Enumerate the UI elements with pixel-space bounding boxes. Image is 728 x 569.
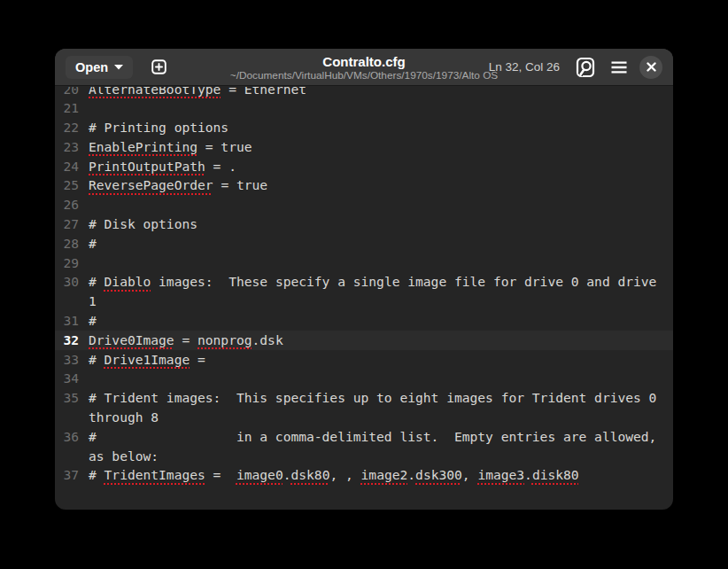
code-text: 1 [89,292,673,311]
misspelled-word: Diablo [105,274,151,289]
code-line-29[interactable]: 29 [55,253,673,273]
line-number: 36 [55,427,89,447]
misspelled-word: dsk80 [290,467,329,482]
code-line-34[interactable]: 34 [55,369,673,388]
window-title-block: Contralto.cfg ~/Documents/VirtualHub/VMs… [230,53,498,81]
code-text: PrintOutputPath = . [89,157,673,176]
document-path: ~/Documents/VirtualHub/VMs/Others/1970s/… [230,68,498,81]
open-button[interactable]: Open [66,56,133,79]
code-line-37[interactable]: 37# TridentImages = image0.dsk80, , imag… [55,465,673,485]
code-line-30[interactable]: 30# Diablo images: These specify a singl… [55,272,673,292]
code-text: # Drive1Image = [89,350,673,370]
misspelled-word: Drive0Image [89,332,174,347]
misspelled-word: AlternateBootType [89,87,221,97]
code-text [89,195,673,214]
misspelled-word: dsk300 [415,467,462,482]
code-text: # Trident images: This specifies up to e… [89,388,673,408]
code-text: # [89,311,673,331]
code-line-21[interactable]: 21 [55,98,673,118]
tab-new-icon [151,59,167,74]
code-line-20[interactable]: 20AlternateBootType = Ethernet [55,87,673,98]
code-line-36[interactable]: 36# in a comma-delimited list. Empty ent… [55,427,673,447]
code-line-22[interactable]: 22# Printing options [55,118,673,137]
code-line-31[interactable]: 31# [55,311,673,331]
line-number: 28 [55,234,89,253]
code-text [89,369,673,388]
document-title: Contralto.cfg [230,53,498,68]
code-line-26[interactable]: 26 [55,195,673,214]
caret-down-icon [114,64,123,70]
code-text [89,98,673,118]
misspelled-word: TridentImages [105,467,205,482]
line-number: 26 [55,195,89,214]
code-line-35[interactable]: 35# Trident images: This specifies up to… [55,388,673,408]
code-line-33[interactable]: 33# Drive1Image = [55,350,673,370]
line-number: 37 [55,465,89,485]
misspelled-word: image0 [236,467,283,482]
close-button[interactable] [639,56,662,79]
misspelled-word: EnablePrinting [89,139,197,154]
line-number: 30 [55,272,89,292]
code-text: ReversePageOrder = true [89,175,673,195]
code-text: AlternateBootType = Ethernet [89,87,673,98]
misspelled-word: nonprog [197,332,252,347]
misspelled-word: ReversePageOrder [89,177,213,192]
code-line-23[interactable]: 23EnablePrinting = true [55,137,673,157]
line-number [55,447,89,466]
code-text: # [89,234,673,253]
menu-button[interactable] [606,54,632,81]
code-line-28[interactable]: 28# [55,234,673,253]
code-text: # Disk options [89,214,673,234]
code-line-24[interactable]: 24PrintOutputPath = . [55,157,673,176]
header-bar: Open Contralto.cfg [55,49,673,86]
line-number: 34 [55,369,89,388]
code-text: # TridentImages = image0.dsk80, , image2… [89,465,673,485]
code-text [89,253,673,273]
desktop-background: Open Contralto.cfg [0,0,728,569]
misspelled-word: disk80 [532,467,579,482]
misspelled-word: PrintOutputPath [89,159,205,174]
line-number: 27 [55,214,89,234]
editor-area[interactable]: 20AlternateBootType = Ethernet2122# Prin… [55,87,673,510]
code-text: # in a comma-delimited list. Empty entri… [89,427,673,447]
line-number: 25 [55,175,89,195]
line-number: 31 [55,311,89,331]
line-number: 21 [55,98,89,118]
code-line-wrap[interactable]: through 8 [55,408,673,427]
line-number [55,408,89,427]
code-text: Drive0Image = nonprog.dsk [89,331,673,350]
document-search-icon [576,57,595,78]
code-line-wrap[interactable]: 1 [55,292,673,311]
code-line-32[interactable]: 32Drive0Image = nonprog.dsk [55,331,673,350]
code-text: as below: [89,447,673,466]
header-left-group: Open [66,54,172,81]
line-number: 22 [55,118,89,137]
close-icon [647,62,656,72]
code-text: # Diablo images: These specify a single … [89,272,673,292]
line-number: 23 [55,137,89,157]
code-text: # Printing options [89,118,673,137]
new-tab-button[interactable] [145,54,172,81]
misspelled-word: Drive1Image [105,352,190,367]
document-search-button[interactable] [572,54,599,81]
code-text: through 8 [89,408,673,427]
text-editor-window: Open Contralto.cfg [55,49,673,510]
hamburger-menu-icon [611,61,627,74]
line-number: 33 [55,350,89,370]
code-line-25[interactable]: 25ReversePageOrder = true [55,175,673,195]
code-line-27[interactable]: 27# Disk options [55,214,673,234]
line-number: 29 [55,253,89,273]
line-number [55,292,89,311]
line-number: 20 [55,87,89,98]
misspelled-word: image3 [477,467,524,482]
misspelled-word: image2 [361,467,408,482]
open-button-label: Open [75,60,108,74]
code-text: EnablePrinting = true [89,137,673,157]
code-line-wrap[interactable]: as below: [55,447,673,466]
line-number: 35 [55,388,89,408]
line-number: 32 [55,331,89,350]
line-number: 24 [55,157,89,176]
code-lines: 20AlternateBootType = Ethernet2122# Prin… [55,87,673,485]
header-right-group: Ln 32, Col 26 [484,54,662,81]
